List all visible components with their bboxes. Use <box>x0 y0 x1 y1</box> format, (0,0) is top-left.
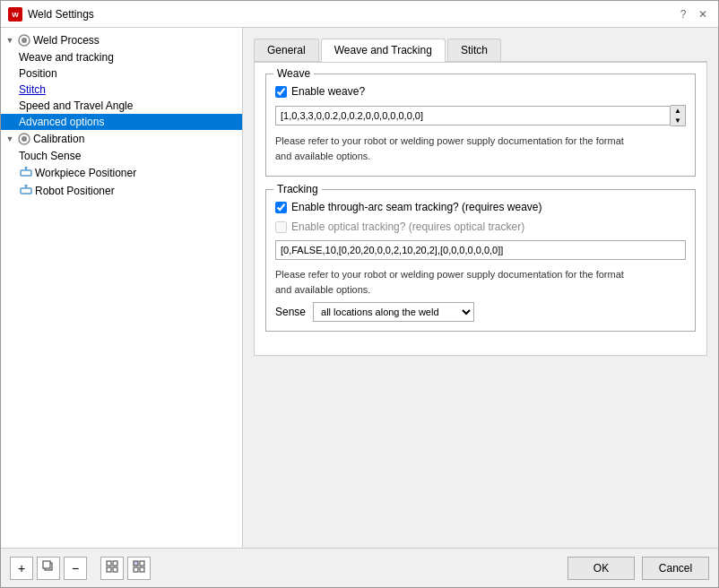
through-arc-row: Enable through-arc seam tracking? (requi… <box>275 201 686 213</box>
svg-rect-17 <box>113 567 117 572</box>
tab-content: Weave Enable weave? ▲ ▼ Please refer to … <box>254 62 707 356</box>
svg-rect-15 <box>113 561 117 566</box>
stitch-label: Stitch <box>19 83 46 96</box>
through-arc-checkbox[interactable] <box>275 202 287 213</box>
tab-general-label: General <box>267 44 306 56</box>
svg-rect-20 <box>134 567 138 572</box>
optical-tracking-checkbox[interactable] <box>275 221 287 233</box>
tracking-value-row <box>275 240 686 260</box>
main-content: ▼ Weld Process Weave and tracking Positi… <box>1 28 718 548</box>
help-button[interactable]: ? <box>675 6 691 22</box>
expand-icon: ▼ <box>4 35 15 46</box>
bottom-left-buttons: + − <box>10 557 567 580</box>
titlebar: W Weld Settings ? ✕ <box>1 1 718 28</box>
tab-weave-tracking[interactable]: Weave and Tracking <box>321 39 446 62</box>
enable-weave-label: Enable weave? <box>291 85 365 98</box>
tab-general[interactable]: General <box>254 39 319 61</box>
weave-spin-up[interactable]: ▲ <box>671 106 685 116</box>
svg-rect-14 <box>107 561 111 566</box>
weave-spinbuttons: ▲ ▼ <box>671 105 686 126</box>
sense-select[interactable]: all locations along the weld start only … <box>313 302 474 322</box>
sense-label: Sense <box>275 306 306 318</box>
sidebar-item-weave-tracking[interactable]: Weave and tracking <box>1 49 242 65</box>
svg-text:W: W <box>12 11 19 19</box>
robot-pos-label: Robot Positioner <box>35 185 115 197</box>
sidebar-item-touch-sense[interactable]: Touch Sense <box>1 148 242 164</box>
icon2 <box>133 560 145 575</box>
through-arc-label: Enable through-arc seam tracking? (requi… <box>291 201 541 213</box>
sidebar: ▼ Weld Process Weave and tracking Positi… <box>1 28 243 548</box>
main-panel: General Weave and Tracking Stitch Weave … <box>243 28 718 548</box>
app-icon: W <box>8 7 22 22</box>
tab-weave-tracking-label: Weave and Tracking <box>334 44 432 56</box>
remove-button[interactable]: − <box>64 557 87 580</box>
sidebar-item-position[interactable]: Position <box>1 65 242 82</box>
bottom-bar: + − <box>1 548 718 587</box>
enable-weave-row: Enable weave? <box>275 85 686 98</box>
remove-icon: − <box>72 561 79 575</box>
optical-tracking-row: Enable optical tracking? (requires optic… <box>275 220 686 233</box>
tracking-legend: Tracking <box>273 183 322 195</box>
titlebar-controls: ? ✕ <box>675 6 711 22</box>
cancel-button[interactable]: Cancel <box>642 557 709 580</box>
workpiece-pos-icon <box>19 166 33 180</box>
svg-point-11 <box>25 185 28 187</box>
sidebar-item-advanced[interactable]: Advanced options <box>1 114 242 130</box>
sidebar-item-workpiece-pos[interactable]: Workpiece Positioner <box>1 164 242 182</box>
sidebar-item-speed-travel[interactable]: Speed and Travel Angle <box>1 98 242 114</box>
icon1-button[interactable] <box>100 557 124 580</box>
touch-sense-label: Touch Sense <box>19 150 81 162</box>
svg-rect-19 <box>140 561 144 566</box>
svg-rect-13 <box>43 561 50 568</box>
tracking-note: Please refer to your robot or welding po… <box>275 267 686 297</box>
robot-pos-icon <box>19 184 33 198</box>
position-label: Position <box>19 67 57 80</box>
close-button[interactable]: ✕ <box>695 6 711 22</box>
sidebar-item-stitch[interactable]: Stitch <box>1 82 242 98</box>
svg-rect-18 <box>134 561 138 566</box>
weave-legend: Weave <box>273 67 314 80</box>
add-button[interactable]: + <box>10 557 33 580</box>
calibration-label: Calibration <box>33 133 84 145</box>
workpiece-pos-label: Workpiece Positioner <box>35 167 136 179</box>
weave-spin-down[interactable]: ▼ <box>671 116 685 125</box>
sense-row: Sense all locations along the weld start… <box>275 302 686 322</box>
tab-bar: General Weave and Tracking Stitch <box>254 39 707 62</box>
add-icon: + <box>18 561 25 575</box>
weave-section: Weave Enable weave? ▲ ▼ Please refer to … <box>265 74 696 177</box>
tab-stitch-label: Stitch <box>461 44 488 56</box>
tracking-section: Tracking Enable through-arc seam trackin… <box>265 189 696 332</box>
svg-rect-16 <box>107 567 111 572</box>
calibration-expand-icon: ▼ <box>4 134 15 144</box>
speed-travel-label: Speed and Travel Angle <box>19 99 133 112</box>
advanced-label: Advanced options <box>19 116 104 128</box>
optical-tracking-label: Enable optical tracking? (requires optic… <box>291 220 524 233</box>
calibration-icon <box>17 132 31 146</box>
enable-weave-checkbox[interactable] <box>275 86 287 98</box>
svg-point-8 <box>25 167 28 169</box>
sidebar-item-robot-pos[interactable]: Robot Positioner <box>1 182 242 200</box>
tab-stitch[interactable]: Stitch <box>447 39 501 61</box>
svg-rect-6 <box>21 170 31 176</box>
weave-note: Please refer to your robot or welding po… <box>275 134 686 163</box>
ok-button[interactable]: OK <box>567 557 635 580</box>
weld-process-label: Weld Process <box>33 34 100 47</box>
svg-rect-9 <box>21 188 31 194</box>
svg-rect-21 <box>140 567 144 572</box>
tracking-value-input[interactable] <box>275 240 686 260</box>
sidebar-item-calibration[interactable]: ▼ Calibration <box>1 130 242 148</box>
svg-point-3 <box>22 38 27 43</box>
svg-point-5 <box>22 136 27 142</box>
bottom-right-buttons: OK Cancel <box>567 557 709 580</box>
weave-tracking-label: Weave and tracking <box>19 51 114 64</box>
window-title: Weld Settings <box>28 8 670 21</box>
weld-settings-window: W Weld Settings ? ✕ ▼ Weld Process <box>0 0 719 588</box>
weave-value-input[interactable] <box>275 106 671 125</box>
icon1 <box>106 560 118 575</box>
copy-button[interactable] <box>37 557 60 580</box>
icon2-button[interactable] <box>127 557 151 580</box>
weave-value-row: ▲ ▼ <box>275 105 686 126</box>
sidebar-item-weld-process[interactable]: ▼ Weld Process <box>1 31 242 49</box>
weld-process-icon <box>17 33 31 48</box>
copy-icon <box>42 560 55 575</box>
